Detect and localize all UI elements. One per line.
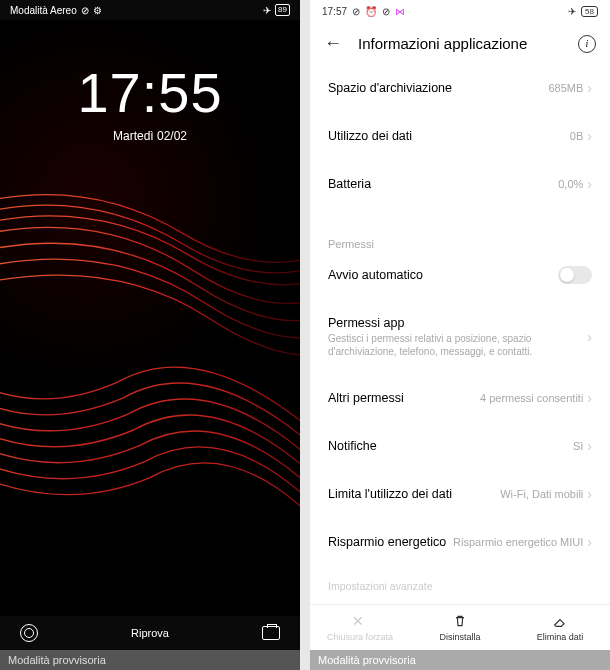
page-header: ← Informazioni applicazione i (310, 23, 610, 64)
settings-list[interactable]: Spazio d'archiviazione 685MB› Utilizzo d… (310, 64, 610, 604)
lockscreen-phone: Modalità Aereo ⊘ ⚙ ✈ 89 (0, 0, 300, 670)
lockscreen-bottom-bar: Riprova (0, 616, 300, 650)
airplane-icon: ✈ (263, 5, 271, 16)
dnd2-icon: ⊘ (382, 6, 390, 17)
trash-icon (452, 613, 468, 629)
row-battery[interactable]: Batteria 0,0%› (328, 160, 592, 208)
row-limit-data[interactable]: Limita l'utilizzo dei dati Wi-Fi, Dati m… (328, 470, 592, 518)
clock-date: Martedì 02/02 (0, 129, 300, 143)
erase-icon (552, 613, 568, 629)
value: 4 permessi consentiti (480, 392, 583, 404)
row-data-usage[interactable]: Utilizzo dei dati 0B› (328, 112, 592, 160)
battery-indicator: 89 (275, 4, 290, 16)
value: 0B (570, 130, 583, 142)
status-bar: 17:57 ⊘ ⏰ ⊘ ⋈ ✈ 58 (310, 0, 610, 23)
label: Risparmio energetico (328, 535, 446, 549)
chevron-right-icon: › (587, 128, 592, 144)
label: Permessi app (328, 316, 587, 330)
retry-label[interactable]: Riprova (131, 627, 169, 639)
uninstall-button[interactable]: Disinstalla (410, 605, 510, 650)
autostart-toggle[interactable] (558, 266, 592, 284)
voice-assist-icon[interactable] (20, 624, 38, 642)
row-notifications[interactable]: Notifiche Sì› (328, 422, 592, 470)
value: Wi-Fi, Dati mobili (500, 488, 583, 500)
chevron-right-icon: › (587, 329, 592, 345)
value: 0,0% (558, 178, 583, 190)
chevron-right-icon: › (587, 534, 592, 550)
chevron-right-icon: › (587, 438, 592, 454)
dnd-icon: ⊘ (352, 6, 360, 17)
chevron-right-icon: › (587, 80, 592, 96)
bottom-action-bar: ✕ Chiusura forzata Disinstalla Elimina d… (310, 604, 610, 650)
camera-icon[interactable] (262, 626, 280, 640)
back-icon[interactable]: ← (324, 33, 342, 54)
label: Spazio d'archiviazione (328, 81, 452, 95)
appinfo-phone: 17:57 ⊘ ⏰ ⊘ ⋈ ✈ 58 ← Informazioni applic… (310, 0, 610, 670)
label: Chiusura forzata (327, 632, 393, 642)
row-other-permissions[interactable]: Altri permessi 4 permessi consentiti› (328, 374, 592, 422)
section-permissions: Permessi (328, 208, 592, 250)
airplane-icon: ✈ (568, 6, 576, 17)
row-storage[interactable]: Spazio d'archiviazione 685MB› (328, 64, 592, 112)
value: 685MB (548, 82, 583, 94)
row-autostart[interactable]: Avvio automatico (328, 250, 592, 300)
page-title: Informazioni applicazione (358, 35, 562, 52)
status-bar: Modalità Aereo ⊘ ⚙ ✈ 89 (0, 0, 300, 20)
label: Disinstalla (439, 632, 480, 642)
close-icon: ✕ (352, 613, 368, 629)
label: Avvio automatico (328, 268, 423, 282)
alarm-icon: ⏰ (365, 6, 377, 17)
lockscreen-wallpaper[interactable]: 17:55 Martedì 02/02 (0, 20, 300, 616)
label: Elimina dati (537, 632, 584, 642)
chevron-right-icon: › (587, 176, 592, 192)
safe-mode-banner: Modalità provvisoria (310, 650, 610, 670)
value: Sì (573, 440, 583, 452)
misc-icon: ⋈ (395, 6, 405, 17)
chevron-right-icon: › (587, 390, 592, 406)
force-stop-button: ✕ Chiusura forzata (310, 605, 410, 650)
label: Altri permessi (328, 391, 404, 405)
row-power-saving[interactable]: Risparmio energetico Risparmio energetic… (328, 518, 592, 566)
battery-indicator: 58 (581, 6, 598, 17)
label: Utilizzo dei dati (328, 129, 412, 143)
description: Gestisci i permessi relativi a posizione… (328, 332, 587, 358)
clear-data-button[interactable]: Elimina dati (510, 605, 610, 650)
label: Batteria (328, 177, 371, 191)
dnd-icon: ⊘ (81, 5, 89, 16)
row-app-permissions[interactable]: Permessi app Gestisci i permessi relativ… (328, 300, 592, 374)
chevron-right-icon: › (587, 486, 592, 502)
label: Limita l'utilizzo dei dati (328, 487, 452, 501)
value: Risparmio energetico MIUI (453, 536, 583, 548)
status-time: 17:57 (322, 6, 347, 17)
row-advanced-settings[interactable]: Impostazioni avanzate (328, 566, 592, 592)
airplane-mode-label: Modalità Aereo (10, 5, 77, 16)
label: Notifiche (328, 439, 377, 453)
gear-icon: ⚙ (93, 5, 102, 16)
safe-mode-banner: Modalità provvisoria (0, 650, 300, 670)
clock-time: 17:55 (0, 60, 300, 125)
info-icon[interactable]: i (578, 35, 596, 53)
